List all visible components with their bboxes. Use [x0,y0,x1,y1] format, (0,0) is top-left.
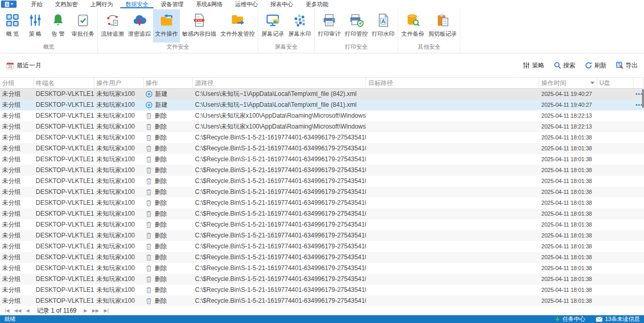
table-row[interactable]: 未分组DESKTOP-VLKTLE1未知玩家x100删除C:\$Recycle.… [0,187,644,198]
policy-filter-button[interactable]: 策略 [523,61,544,70]
ribbon-item-alert[interactable]: 告 警 [47,9,69,43]
app-menu-button[interactable] [1,1,17,8]
table-row[interactable]: 未分组DESKTOP-VLKTLE1未知玩家x100删除C:\$Recycle.… [0,263,644,274]
tab-7[interactable]: 报表中心 [265,0,298,8]
next-page-button[interactable]: ▶ [82,306,89,315]
table-row[interactable]: 未分组DESKTOP-VLKTLE1未知玩家x100删除C:\Users\未知玩… [0,121,644,132]
print-control-icon [349,11,363,29]
ribbon-item-file-ops[interactable]: 文件操作 [153,9,180,43]
ribbon-group-items: 流转追溯泄密追踪文件操作敏感内容扫描文件外发管控 [99,8,257,43]
cell-op: 删除 [144,274,193,285]
table-row[interactable]: 未分组DESKTOP-VLKTLE1未知玩家x100删除C:\$Recycle.… [0,165,644,176]
cell-source: C:\$Recycle.Bin\S-1-5-21-1619774401-6349… [193,165,366,176]
table-row[interactable]: 未分组DESKTOP-VLKTLE1未知玩家x100删除C:\$Recycle.… [0,198,644,208]
task-center-button[interactable]: 任务中心 [555,315,585,323]
fast-prev-button[interactable]: ◀◀ [12,306,23,315]
cell-op: 删除 [144,132,193,143]
table-row[interactable]: 未分组DESKTOP-VLKTLE1未知玩家x100删除C:\$Recycle.… [0,230,644,241]
download-arrow-icon [555,316,560,322]
cell-usb [597,296,634,306]
file-send-icon [230,11,245,29]
refresh-icon [585,62,592,69]
cell-usb [597,165,634,176]
cell-time: 2025-04-11 19:40:27 [539,89,597,100]
cell-usb [597,100,634,110]
tab-5[interactable]: 系统&网络 [191,0,228,8]
first-page-button[interactable]: |◀ [3,306,11,315]
table-row[interactable]: 未分组DESKTOP-VLKTLE1未知玩家x100新建C:\Users\未知玩… [0,100,644,110]
unread-messages-label: 13条未读信息 [605,315,640,323]
cell-target [366,285,539,296]
last-page-button[interactable]: ▶| [102,306,110,315]
table-row[interactable]: 未分组DESKTOP-VLKTLE1未知玩家x100删除C:\$Recycle.… [0,296,644,306]
sort-caret-icon[interactable] [590,81,595,85]
table-row[interactable]: 未分组DESKTOP-VLKTLE1未知玩家x100删除C:\$Recycle.… [0,285,644,296]
tab-6[interactable]: 运维中心 [230,0,263,8]
ribbon-item-approval-task[interactable]: 审批任务 [69,9,96,43]
prev-page-button[interactable]: ◀ [24,306,31,315]
tab-4[interactable]: 设备管理 [156,0,189,8]
cell-group: 未分组 [0,100,34,110]
ribbon-item-screen-record[interactable]: 屏幕记录 [259,9,286,43]
delete-trash-icon [146,276,152,283]
fast-next-button[interactable]: ▶▶ [90,306,101,315]
column-header-5[interactable]: 目标路径 [366,78,539,88]
ribbon-item-label: 打印管控 [345,30,368,38]
unread-messages-button[interactable]: 13条未读信息 [596,315,640,323]
ribbon-item-print-audit[interactable]: 打印审计 [316,9,343,43]
ribbon-item-print-control[interactable]: 打印管控 [343,9,370,43]
delete-trash-icon [146,145,152,152]
screen-record-icon [265,11,280,29]
svg-text:A: A [381,18,385,24]
table-row[interactable]: 未分组DESKTOP-VLKTLE1未知玩家x100删除C:\$Recycle.… [0,252,644,263]
vertical-scrollbar[interactable] [641,89,644,306]
table-row[interactable]: 未分组DESKTOP-VLKTLE1未知玩家x100删除C:\$Recycle.… [0,219,644,230]
cell-usb [597,143,634,154]
date-range-filter[interactable]: 23 最近一月 [6,61,41,70]
scrollbar-thumb[interactable] [642,89,644,108]
column-header-3[interactable]: 操作 [144,78,193,88]
table-row[interactable]: 未分组DESKTOP-VLKTLE1未知玩家x100删除C:\$Recycle.… [0,241,644,252]
ribbon-item-policy[interactable]: 策 略 [24,9,47,43]
column-header-4[interactable]: 源路径 [193,78,366,88]
column-header-8[interactable] [634,78,644,88]
table-row[interactable]: 未分组DESKTOP-VLKTLE1未知玩家x100删除C:\$Recycle.… [0,154,644,165]
tab-8[interactable]: 更多功能 [300,0,333,8]
table-row[interactable]: 未分组DESKTOP-VLKTLE1未知玩家x100删除C:\$Recycle.… [0,274,644,285]
cell-source: C:\$Recycle.Bin\S-1-5-21-1619774401-6349… [193,241,366,252]
tab-3[interactable]: 数据安全 [120,0,153,8]
delete-trash-icon [146,243,152,250]
cell-source: C:\Users\未知玩~1\AppData\Local\Temp\xml_fi… [193,89,366,100]
column-header-6[interactable]: 操作时间 [539,78,597,88]
ribbon-item-content-scan[interactable]: 敏感内容扫描 [180,9,218,43]
ribbon-item-overview[interactable]: 概 览 [1,9,24,43]
table-row[interactable]: 未分组DESKTOP-VLKTLE1未知玩家x100删除C:\$Recycle.… [0,143,644,154]
tab-1[interactable]: 文档加密 [50,0,83,8]
ribbon-item-screen-watermark[interactable]: 屏幕水印 [286,9,313,43]
table-row[interactable]: 未分组DESKTOP-VLKTLE1未知玩家x100删除C:\$Recycle.… [0,208,644,219]
column-header-0[interactable]: 分组 [0,78,34,88]
export-button[interactable]: 导出 [616,61,638,70]
table-row[interactable]: 未分组DESKTOP-VLKTLE1未知玩家x100删除C:\$Recycle.… [0,176,644,187]
table-row[interactable]: 未分组DESKTOP-VLKTLE1未知玩家x100删除C:\$Recycle.… [0,132,644,143]
column-header-7[interactable]: U盘 [597,78,634,88]
column-header-2[interactable]: 操作用户 [94,78,144,88]
table-row[interactable]: 未分组DESKTOP-VLKTLE1未知玩家x100新建C:\Users\未知玩… [0,89,644,100]
ribbon-item-flow-trace[interactable]: 流转追溯 [99,9,126,43]
ribbon-item-file-send[interactable]: 文件外发管控 [218,9,257,43]
refresh-button[interactable]: 刷新 [585,61,607,70]
table-row[interactable]: 未分组DESKTOP-VLKTLE1未知玩家x100删除C:\Users\未知玩… [0,110,644,121]
cell-group: 未分组 [0,219,34,230]
cell-source: C:\$Recycle.Bin\S-1-5-21-1619774401-6349… [193,296,366,306]
chevron-down-icon [10,3,13,5]
tab-0[interactable]: 开始 [26,0,48,8]
ribbon-item-leak-track[interactable]: 泄密追踪 [126,9,153,43]
ribbon-item-clipboard-record[interactable]: 剪切板记录 [426,9,459,43]
ribbon-item-file-backup[interactable]: 文件备份 [399,9,426,43]
column-header-label: 终端名 [36,79,54,88]
ribbon-item-print-watermark[interactable]: A打印水印 [370,9,397,43]
search-button[interactable]: 搜索 [554,61,576,70]
cell-time: 2025-04-11 18:01:38 [539,165,597,176]
column-header-1[interactable]: 终端名 [34,78,94,88]
tab-2[interactable]: 上网行为 [85,0,118,8]
